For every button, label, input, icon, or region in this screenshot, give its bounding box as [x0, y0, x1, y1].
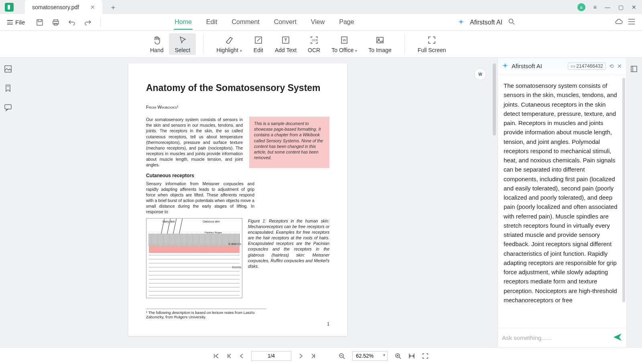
- save-icon[interactable]: [36, 19, 43, 26]
- minimize-button[interactable]: —: [605, 4, 610, 10]
- maximize-button[interactable]: ▢: [618, 4, 624, 10]
- toolbar: Hand Select Highlight▾ Edit Add Text OCR…: [0, 31, 642, 58]
- doc-title: Anatomy of the Somatosensory System: [146, 83, 329, 93]
- word-export-badge[interactable]: W: [474, 68, 486, 80]
- menubar: File Home Edit Comment Convert View Page…: [0, 14, 642, 31]
- figure-illustration: Hairy skin Glabrous skin Epidermis Dermi…: [146, 218, 242, 298]
- tab-edit[interactable]: Edit: [205, 15, 218, 30]
- chevron-down-icon[interactable]: ▾: [240, 49, 242, 53]
- edit-tool[interactable]: Edit: [248, 33, 269, 55]
- to-image-tool[interactable]: To Image: [363, 33, 397, 55]
- svg-rect-2: [53, 21, 59, 24]
- tool-label: Full Screen: [418, 47, 446, 53]
- undo-icon[interactable]: [68, 19, 75, 26]
- redo-icon[interactable]: [84, 19, 91, 26]
- zoom-out-button[interactable]: [339, 353, 345, 359]
- to-office-tool[interactable]: W To Office▾: [326, 33, 363, 55]
- left-sidebar: [0, 58, 16, 347]
- ai-panel-title: Afirstsoft AI: [512, 63, 542, 69]
- tool-label: To Office▾: [331, 47, 357, 53]
- scrollbar[interactable]: [493, 63, 496, 135]
- sparkle-icon: [458, 19, 464, 26]
- hamburger-icon: [7, 20, 13, 24]
- first-page-button[interactable]: [213, 353, 219, 359]
- callout-box: This is a sample document to showcase pa…: [249, 117, 329, 168]
- token-badge[interactable]: ▭ 2147466432: [568, 63, 606, 70]
- close-tab-icon[interactable]: ✕: [90, 4, 95, 10]
- fullscreen-icon: [427, 35, 437, 45]
- file-label: File: [15, 19, 25, 26]
- full-screen-tool[interactable]: Full Screen: [412, 33, 452, 55]
- image-icon: [375, 35, 385, 45]
- svg-text:OCR: OCR: [312, 39, 318, 42]
- document-viewport[interactable]: Anatomy of the Somatosensory System From…: [16, 58, 498, 347]
- user-avatar[interactable]: a: [577, 3, 585, 11]
- prev-page-button[interactable]: [239, 353, 244, 359]
- next-page-button[interactable]: [299, 353, 303, 359]
- right-sidebar: [626, 58, 642, 347]
- search-icon[interactable]: [508, 18, 515, 27]
- svg-text:W: W: [343, 38, 346, 42]
- chevron-down-icon[interactable]: ▾: [355, 49, 357, 53]
- scrollbar[interactable]: [622, 78, 625, 302]
- edit-icon: [253, 35, 264, 45]
- fig-label: Glabrous skin: [203, 220, 220, 223]
- app-menu-icon[interactable]: ≡: [593, 4, 597, 10]
- send-button[interactable]: [613, 333, 622, 343]
- footnote: The following description is based on le…: [146, 309, 266, 319]
- statusbar: ▾: [0, 347, 642, 364]
- hand-tool[interactable]: Hand: [144, 33, 169, 55]
- tab-convert[interactable]: Convert: [273, 15, 297, 30]
- svg-rect-0: [37, 20, 43, 25]
- comment-panel-icon[interactable]: [4, 103, 12, 111]
- cloud-icon[interactable]: [615, 18, 623, 26]
- close-panel-icon[interactable]: ✕: [617, 63, 622, 69]
- tab-page[interactable]: Page: [338, 15, 355, 30]
- ai-input-row: [498, 328, 626, 347]
- reset-icon[interactable]: ⟲: [609, 63, 614, 69]
- add-text-icon: [280, 35, 291, 45]
- svg-rect-11: [5, 66, 11, 72]
- new-tab-button[interactable]: ＋: [110, 2, 117, 12]
- tab-home[interactable]: Home: [174, 15, 193, 30]
- highlight-tool[interactable]: Highlight▾: [211, 33, 247, 55]
- document-tab[interactable]: somatosensory.pdf ✕: [25, 0, 102, 14]
- add-text-tool[interactable]: Add Text: [269, 33, 302, 55]
- close-window-button[interactable]: ✕: [632, 4, 636, 10]
- doc-source: From Wikibooks¹: [146, 105, 329, 109]
- fit-width-button[interactable]: [408, 353, 415, 359]
- main-tabs: Home Edit Comment Convert View Page: [174, 15, 355, 30]
- figure-caption: Figure 1: Receptors in the human skin: M…: [248, 218, 329, 298]
- file-menu-button[interactable]: File: [7, 19, 25, 26]
- ai-panel-header: Afirstsoft AI ▭ 2147466432 ⟲ ✕: [498, 58, 626, 75]
- ai-menu-label[interactable]: Afirstsoft AI: [470, 19, 502, 26]
- page-number: 1: [327, 322, 329, 326]
- ocr-tool[interactable]: OCR OCR: [302, 33, 326, 55]
- panel-toggle-icon[interactable]: [628, 19, 635, 26]
- svg-point-4: [509, 19, 513, 23]
- properties-icon[interactable]: [630, 65, 638, 73]
- ocr-icon: OCR: [309, 35, 319, 45]
- zoom-in-button[interactable]: [395, 353, 401, 359]
- thumbnails-icon[interactable]: [4, 65, 12, 73]
- prev-set-button[interactable]: [226, 353, 232, 359]
- ai-prompt-input[interactable]: [502, 334, 610, 341]
- pdf-page: Anatomy of the Somatosensory System From…: [128, 63, 347, 336]
- bookmark-icon[interactable]: [4, 84, 12, 92]
- tool-label: OCR: [308, 47, 320, 53]
- zoom-input[interactable]: [352, 351, 388, 361]
- svg-rect-13: [631, 66, 637, 72]
- tool-label: Edit: [254, 47, 263, 53]
- tab-comment[interactable]: Comment: [231, 15, 260, 30]
- last-page-button[interactable]: [311, 353, 316, 359]
- select-tool[interactable]: Select: [169, 33, 196, 55]
- print-icon[interactable]: [52, 19, 59, 26]
- tab-view[interactable]: View: [310, 15, 325, 30]
- fig-label: Hairy skin: [163, 220, 175, 223]
- svg-rect-12: [5, 105, 11, 109]
- office-icon: W: [339, 35, 349, 45]
- highlight-icon: [224, 35, 234, 45]
- cursor-icon: [177, 35, 188, 45]
- page-number-input[interactable]: [251, 351, 291, 361]
- fit-page-button[interactable]: [422, 353, 429, 359]
